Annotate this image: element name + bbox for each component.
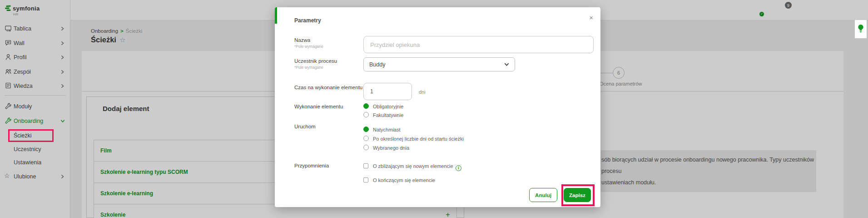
start-field-label: Uruchom <box>294 124 316 129</box>
reminders-field-label: Przypomnienia <box>294 163 329 168</box>
duration-input[interactable] <box>363 83 412 100</box>
radio-label[interactable]: Natychmiast <box>373 127 401 132</box>
info-icon[interactable]: i <box>456 165 461 171</box>
checkbox-label[interactable]: O kończącym się elemencie <box>373 177 435 183</box>
checkbox-nowy-element[interactable] <box>363 163 368 168</box>
name-required-note: *Pole wymagane <box>294 44 323 49</box>
duration-unit: dni <box>419 89 426 95</box>
radio-label[interactable]: Wybranego dnia <box>373 145 409 151</box>
name-field-label: Nazwa <box>294 37 310 43</box>
radio-natychmiast[interactable] <box>363 127 369 132</box>
radio-label[interactable]: Po określonej liczbie dni od startu ście… <box>373 136 464 142</box>
checkbox-konczacy-element[interactable] <box>363 177 368 183</box>
participant-select[interactable]: Buddy <box>363 57 515 71</box>
participant-required-note: *Pole wymagane <box>294 65 323 70</box>
checkbox-label[interactable]: O zbliżającym się nowym elemenciei <box>373 163 461 171</box>
participant-select-value: Buddy <box>369 61 385 68</box>
parameters-modal: Parametry × Nazwa *Pole wymagane Uczestn… <box>275 7 600 207</box>
hint-lightbulb-button[interactable] <box>855 20 867 38</box>
app-screen: ✓ 9 Olga Liniewicz symfonia HR <box>0 0 868 218</box>
cancel-button[interactable]: Anuluj <box>529 188 557 202</box>
radio-label[interactable]: Fakultatywnie <box>373 112 403 118</box>
lightbulb-icon <box>857 24 864 34</box>
name-input[interactable] <box>363 36 594 53</box>
close-icon[interactable]: × <box>589 14 593 21</box>
duration-field-label: Czas na wykonanie elementu <box>294 85 362 90</box>
modal-accent-bar <box>275 7 277 24</box>
select-chevron-down-icon <box>504 62 509 67</box>
checkbox-label-text: O zbliżającym się nowym elemencie <box>373 163 453 169</box>
execution-field-label: Wykonanie elementu <box>294 104 343 109</box>
radio-po-okreslonej-liczbie-dni[interactable] <box>363 136 369 141</box>
modal-title: Parametry <box>294 17 321 24</box>
radio-fakultatywnie[interactable] <box>363 112 369 117</box>
participant-field-label: Uczestnik procesu <box>294 58 337 64</box>
radio-wybranego-dnia[interactable] <box>363 145 369 150</box>
save-button[interactable]: Zapisz <box>564 188 591 202</box>
radio-obligatoryjnie[interactable] <box>363 103 369 109</box>
radio-label[interactable]: Obligatoryjnie <box>373 104 403 109</box>
